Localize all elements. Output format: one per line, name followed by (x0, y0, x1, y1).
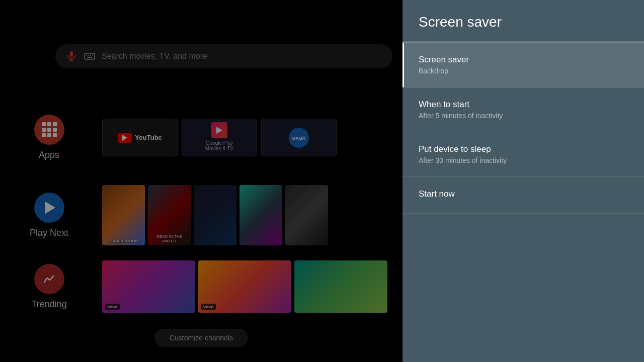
movie-thumb-1[interactable]: ESCAPE ROOM (102, 185, 145, 245)
screen-saver-title: Screen saver (419, 14, 628, 30)
trending-row: Trending vevo vevo (0, 260, 403, 313)
play-next-icon[interactable] (34, 193, 64, 223)
gpm-label: Google PlayMovies & TV (203, 138, 236, 153)
play-next-label-container: Play Next (0, 193, 98, 238)
right-panel: Screen saver Screen saver Backdrop When … (403, 0, 644, 362)
svg-rect-3 (85, 53, 95, 59)
apps-thumbnails: YouTube Google PlayMovies & TV MAGic (98, 119, 337, 156)
menu-item-when-to-start-title: When to start (419, 100, 628, 110)
trending-thumb-1[interactable]: vevo (102, 260, 195, 313)
svg-marker-9 (216, 127, 222, 134)
youtube-label: YouTube (135, 134, 162, 141)
customize-channels-button[interactable]: Customize channels (154, 329, 248, 347)
keyboard-icon[interactable] (84, 50, 96, 62)
trending-icon[interactable] (34, 264, 64, 294)
vevo-badge-2: vevo (201, 304, 216, 310)
movie-title-1: ESCAPE ROOM (102, 239, 145, 243)
trending-label-container: Trending (0, 264, 98, 310)
menu-item-screen-saver-subtitle: Backdrop (419, 67, 628, 75)
grid-icon (42, 122, 57, 137)
apps-label-container: Apps (0, 115, 98, 160)
screen-saver-header: Screen saver (403, 0, 644, 42)
gpm-icon (211, 122, 227, 138)
menu-item-start-now-title: Start now (419, 189, 628, 199)
movie-thumbnails: ESCAPE ROOM DEAD IN THE WATER (98, 185, 328, 245)
left-panel: Search movies, TV, and more Apps YouTube (0, 0, 403, 362)
menu-item-when-to-start-subtitle: After 5 minutes of inactivity (419, 112, 628, 120)
play-next-row: Play Next ESCAPE ROOM DEAD IN THE WATER (0, 185, 403, 245)
apps-row: Apps YouTube Google PlayMovies & TV (0, 115, 403, 160)
search-bar[interactable]: Search movies, TV, and more (55, 44, 392, 68)
google-play-movies-app[interactable]: Google PlayMovies & TV (182, 119, 257, 156)
movie-thumb-5[interactable] (285, 185, 328, 245)
trending-thumbnails: vevo vevo (98, 260, 387, 313)
search-placeholder: Search movies, TV, and more (102, 52, 382, 61)
menu-item-put-device-to-sleep[interactable]: Put device to sleep After 30 minutes of … (403, 132, 644, 177)
magic-files-app[interactable]: MAGic (261, 119, 337, 156)
play-next-label: Play Next (30, 228, 68, 238)
menu-item-put-device-to-sleep-subtitle: After 30 minutes of inactivity (419, 156, 628, 164)
menu-item-start-now[interactable]: Start now (403, 177, 644, 214)
play-triangle (45, 202, 55, 214)
apps-icon[interactable] (34, 115, 64, 145)
menu-item-screen-saver-title: Screen saver (419, 55, 628, 65)
trending-label: Trending (31, 299, 66, 310)
svg-text:MAGic: MAGic (292, 136, 305, 141)
youtube-app[interactable]: YouTube (102, 119, 178, 156)
menu-item-put-device-to-sleep-title: Put device to sleep (419, 144, 628, 154)
mic-icon[interactable] (65, 50, 77, 62)
trending-thumb-3[interactable] (294, 260, 387, 313)
menu-item-when-to-start[interactable]: When to start After 5 minutes of inactiv… (403, 87, 644, 132)
trending-thumb-2[interactable]: vevo (198, 260, 291, 313)
apps-label: Apps (39, 150, 59, 160)
movie-title-2: DEAD IN THE WATER (148, 234, 191, 243)
vevo-badge-1: vevo (105, 304, 120, 310)
movie-thumb-2[interactable]: DEAD IN THE WATER (148, 185, 191, 245)
svg-rect-0 (70, 51, 73, 57)
movie-thumb-3[interactable] (194, 185, 236, 245)
movie-thumb-4[interactable] (239, 185, 282, 245)
magic-icon: MAGic (289, 128, 309, 148)
menu-item-screen-saver[interactable]: Screen saver Backdrop (403, 43, 644, 87)
